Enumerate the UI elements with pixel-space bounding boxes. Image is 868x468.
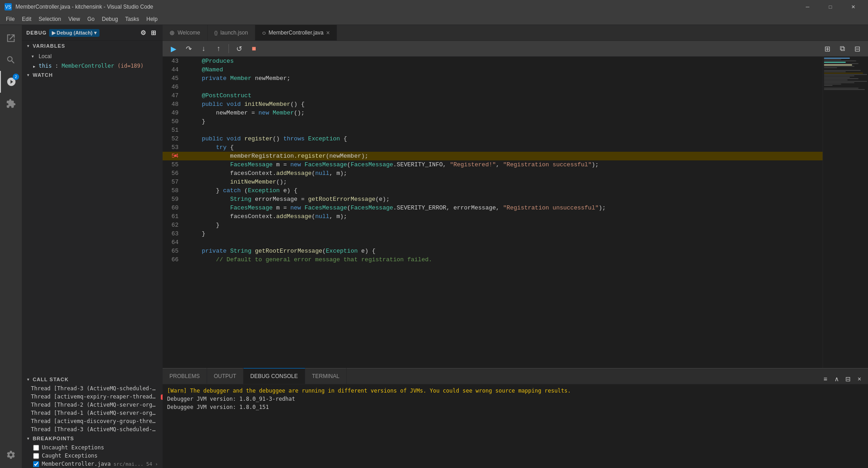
main-layout: 2 DEBUG ▶ Debug (Attach) ▾ ⚙ ⊞ ▼ <box>0 25 868 468</box>
panel-tab-problems[interactable]: PROBLEMS <box>163 368 207 384</box>
watch-title: WATCH <box>33 72 53 78</box>
bp-uncaught-checkbox[interactable] <box>33 445 39 451</box>
code-line-63: 63 } <box>163 229 823 238</box>
app-icon: VS <box>5 3 12 10</box>
callstack-thread-2[interactable]: Thread [Thread-2 (ActiveMQ-server-org.ap… <box>22 401 163 409</box>
panel-tab-terminal[interactable]: TERMINAL <box>305 368 347 384</box>
code-line-57: 57 initNewMember(); <box>163 178 823 186</box>
maximize-button[interactable]: □ <box>820 0 841 14</box>
member-controller-icon: ○ <box>262 29 266 36</box>
callstack-thread-3[interactable]: Thread [Thread-1 (ActiveMQ-server-org.ap… <box>22 409 163 417</box>
debug-label: DEBUG <box>26 30 47 35</box>
panel-filter-btn[interactable]: ≡ <box>820 374 830 384</box>
menubar: File Edit Selection View Go Debug Tasks … <box>0 14 868 25</box>
step-out-btn[interactable]: ↑ <box>212 42 225 55</box>
bp-caught-label: Caught Exceptions <box>42 453 98 459</box>
split-editor-btn[interactable]: ⊞ <box>821 42 833 55</box>
close-button[interactable]: ✕ <box>843 0 863 14</box>
continue-btn[interactable]: ▶ <box>167 42 180 55</box>
minimize-button[interactable]: ─ <box>797 0 818 14</box>
tab-close-btn[interactable]: × <box>326 29 330 36</box>
menu-go[interactable]: Go <box>84 15 98 23</box>
debug-attach-dropdown[interactable]: ▶ Debug (Attach) ▾ <box>49 29 99 37</box>
bp-caught-checkbox[interactable] <box>33 453 39 459</box>
local-header[interactable]: ▼ Local <box>22 51 163 62</box>
code-line-48: 48 public void initNewMember() { <box>163 100 823 109</box>
activity-explorer[interactable] <box>0 27 22 49</box>
callstack-thread-4[interactable]: Thread [activemq-discovery-group-thread-… <box>22 417 163 425</box>
restart-btn[interactable]: ↺ <box>233 42 245 55</box>
code-line-45: 45 private Member newMember; <box>163 74 823 83</box>
bp-member-controller[interactable]: MemberController.java src/mai... 54 › <box>22 460 163 468</box>
tab-member-label: MemberController.java <box>268 30 323 36</box>
code-line-44: 44 @Named <box>163 65 823 74</box>
callstack-thread-0[interactable]: Thread [Thread-3 (ActiveMQ-scheduled-th.… <box>22 384 163 393</box>
code-line-58: 58 } catch (Exception e) { <box>163 186 823 195</box>
sidebar-spacer <box>22 80 163 374</box>
menu-help[interactable]: Help <box>143 15 161 23</box>
code-line-62: 62 } <box>163 221 823 229</box>
debug-settings-btn[interactable]: ⚙ <box>139 28 148 37</box>
tab-welcome-label: Welcome <box>178 30 200 36</box>
code-line-53: 53 try { <box>163 143 823 152</box>
activity-scm[interactable] <box>0 444 22 466</box>
debug-toolbar: DEBUG ▶ Debug (Attach) ▾ ⚙ ⊞ <box>22 25 163 41</box>
callstack-section: ▼ CALL STACK Thread [Thread-3 (ActiveMQ-… <box>22 374 163 433</box>
callstack-thread-5[interactable]: Thread [Thread-3 (ActiveMQ-scheduled-... <box>22 425 163 433</box>
menu-tasks[interactable]: Tasks <box>122 15 143 23</box>
editor-area: ⊕ Welcome {} launch.json ○ MemberControl… <box>163 25 868 468</box>
debug-split-btn[interactable]: ⊞ <box>149 28 158 37</box>
variables-title: VARIABLES <box>33 43 65 49</box>
panel-tab-output[interactable]: OUTPUT <box>207 368 243 384</box>
panel-tabs: PROBLEMS OUTPUT DEBUG CONSOLE TERMINAL ≡… <box>163 368 868 384</box>
collapse-btn[interactable]: ⊟ <box>851 42 863 55</box>
stop-btn[interactable]: ■ <box>248 42 260 55</box>
minimap-lines <box>823 57 868 91</box>
panel-layout-btn[interactable]: ⊟ <box>843 374 853 384</box>
step-into-btn[interactable]: ↓ <box>197 42 210 55</box>
tab-member-controller[interactable]: ○ MemberController.java × <box>255 25 337 40</box>
sidebar: DEBUG ▶ Debug (Attach) ▾ ⚙ ⊞ ▼ VARIABLES… <box>22 25 163 468</box>
code-line-51: 51 <box>163 126 823 134</box>
variables-header[interactable]: ▼ VARIABLES <box>22 41 163 51</box>
variables-section: ▼ VARIABLES ▼ Local ▶ this : MemberContr… <box>22 41 163 70</box>
breakpoints-header[interactable]: ▼ BREAKPOINTS <box>22 433 163 443</box>
activity-extensions[interactable] <box>0 93 22 115</box>
code-line-66: 66 // Default to general error message t… <box>163 255 823 264</box>
code-line-64: 64 <box>163 238 823 247</box>
code-line-52: 52 public void register() throws Excepti… <box>163 134 823 143</box>
panel-close-btn[interactable]: × <box>854 374 864 384</box>
menu-edit[interactable]: Edit <box>18 15 35 23</box>
code-line-56: 56 facesContext.addMessage(null, m); <box>163 169 823 178</box>
code-line-54: ● 54 memberRegistration.register(newMemb… <box>163 152 823 160</box>
tab-launch-json[interactable]: {} launch.json <box>208 25 255 40</box>
tab-welcome[interactable]: ⊕ Welcome <box>163 25 208 40</box>
bp-caught[interactable]: Caught Exceptions <box>22 452 163 460</box>
variable-this[interactable]: ▶ this : MemberController (id=189) <box>22 62 163 70</box>
callstack-thread-1[interactable]: Thread [activemq-expiry-reaper-thread] R <box>22 393 163 401</box>
bp-member-checkbox[interactable] <box>33 461 39 467</box>
panel-up-btn[interactable]: ∧ <box>832 374 842 384</box>
console-line-0: [Warn] The debugger and the debuggee are… <box>167 387 863 395</box>
debug-attach-label: Debug (Attach) <box>57 30 93 35</box>
menu-view[interactable]: View <box>64 15 84 23</box>
activity-debug[interactable]: 2 <box>0 71 22 93</box>
code-editor[interactable]: 43 @Produces 44 @Named 45 private Member… <box>163 57 823 368</box>
breakpoints-title: BREAKPOINTS <box>33 436 74 441</box>
menu-selection[interactable]: Selection <box>35 15 64 23</box>
code-line-61: 61 facesContext.addMessage(null, m); <box>163 212 823 221</box>
menu-debug[interactable]: Debug <box>98 15 121 23</box>
tab-bar: ⊕ Welcome {} launch.json ○ MemberControl… <box>163 25 868 41</box>
activity-search[interactable] <box>0 49 22 71</box>
code-line-43: 43 @Produces <box>163 57 823 65</box>
step-over-btn[interactable]: ↷ <box>182 42 195 55</box>
watch-header[interactable]: ▼ WATCH <box>22 70 163 80</box>
window-title: MemberController.java - kitchensink - Vi… <box>15 4 797 10</box>
panel-tab-debug-console[interactable]: DEBUG CONSOLE <box>243 368 305 384</box>
layout-btn[interactable]: ⧉ <box>836 42 848 55</box>
menu-file[interactable]: File <box>2 15 18 23</box>
bp-uncaught[interactable]: Uncaught Exceptions <box>22 443 163 452</box>
launch-json-icon: {} <box>214 30 218 35</box>
window-controls: ─ □ ✕ <box>797 0 863 14</box>
callstack-header[interactable]: ▼ CALL STACK <box>22 374 163 384</box>
